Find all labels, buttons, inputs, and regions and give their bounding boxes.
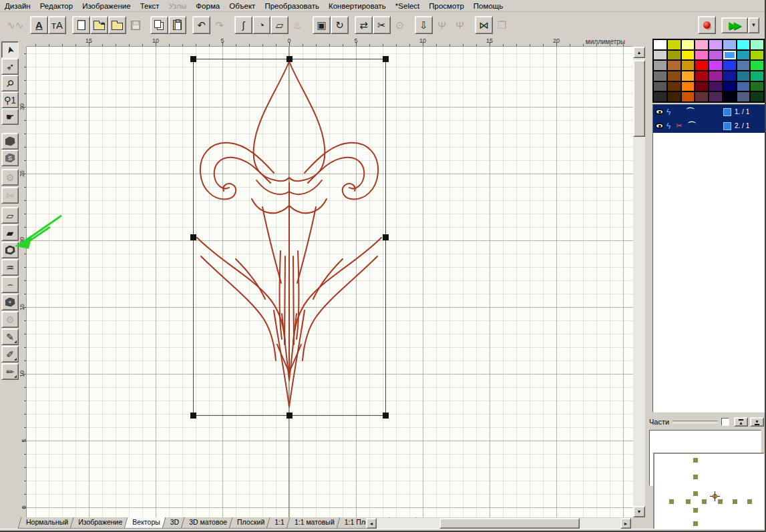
gauge-icon[interactable]: ◔ bbox=[252, 16, 270, 34]
pen-tool-icon[interactable]: ✎ bbox=[1, 328, 19, 345]
palette-swatch[interactable] bbox=[723, 71, 736, 81]
palette-swatch[interactable] bbox=[751, 71, 763, 81]
undo-icon[interactable]: ↶ bbox=[192, 16, 210, 34]
palette-swatch[interactable] bbox=[668, 82, 681, 91]
palette-swatch[interactable] bbox=[654, 51, 666, 60]
design-canvas[interactable] bbox=[27, 47, 633, 517]
horizontal-scrollbar[interactable]: ◄ ► bbox=[366, 518, 631, 529]
layer-row[interactable]: ϟ✂⌒2. / 1 bbox=[653, 119, 765, 133]
tab-11матовый[interactable]: 1:1 матовый bbox=[288, 517, 341, 529]
palette-swatch[interactable] bbox=[723, 92, 736, 101]
vertical-scrollbar[interactable]: ▲ ▼ bbox=[633, 47, 645, 517]
palette-swatch[interactable] bbox=[668, 40, 681, 49]
color-change-icon[interactable] bbox=[698, 16, 716, 34]
vertical-scroll-thumb[interactable] bbox=[633, 60, 645, 137]
palette-swatch[interactable] bbox=[709, 61, 722, 70]
palette-swatch[interactable] bbox=[695, 51, 708, 60]
paste-icon[interactable] bbox=[168, 16, 186, 34]
palette-swatch[interactable] bbox=[695, 71, 708, 81]
palette-swatch[interactable] bbox=[751, 51, 763, 60]
text-kern-icon[interactable]: ᴛA bbox=[48, 16, 66, 34]
menu-[interactable]: Текст bbox=[136, 1, 164, 11]
move-bottom-button[interactable]: ▼ bbox=[750, 417, 764, 427]
palette-swatch[interactable] bbox=[737, 71, 750, 81]
menu-[interactable]: Преобразовать bbox=[260, 1, 324, 11]
menu-[interactable]: Помощь bbox=[469, 1, 508, 11]
presser-foot-icon[interactable]: ⇩ bbox=[415, 16, 433, 34]
ribbon-tool-icon[interactable]: ▱ bbox=[1, 207, 19, 224]
run-dropdown-button[interactable]: ▼ bbox=[748, 17, 759, 33]
tab-плоский[interactable]: Плоский bbox=[230, 517, 271, 529]
palette-swatch[interactable] bbox=[737, 61, 750, 70]
mirror-icon[interactable]: ⇄ bbox=[355, 16, 373, 34]
menu-select[interactable]: *Select bbox=[391, 1, 424, 11]
palette-swatch[interactable] bbox=[668, 71, 681, 81]
palette-swatch-selected[interactable] bbox=[723, 51, 736, 60]
copy-icon[interactable] bbox=[150, 16, 168, 34]
palette-swatch[interactable] bbox=[737, 82, 750, 91]
menu-[interactable]: Объект bbox=[224, 1, 260, 11]
tab-изображение[interactable]: Изображение bbox=[71, 517, 129, 529]
new-document-icon[interactable] bbox=[72, 16, 90, 34]
eye-icon[interactable] bbox=[655, 123, 664, 129]
zoom-1to1-tool-icon[interactable]: ⚲1 bbox=[1, 91, 19, 108]
pan-tool-icon[interactable]: ☛ bbox=[1, 108, 19, 125]
selection-handle[interactable] bbox=[190, 234, 196, 240]
magic-pen-tool-icon[interactable]: ✐ bbox=[1, 346, 19, 362]
hoop-icon[interactable]: ⋈ bbox=[475, 16, 493, 34]
palette-swatch[interactable] bbox=[737, 51, 750, 60]
palette-swatch[interactable] bbox=[682, 71, 695, 81]
menu-[interactable]: Просмотр bbox=[424, 1, 469, 11]
palette-swatch[interactable] bbox=[723, 61, 736, 70]
palette-swatch[interactable] bbox=[654, 61, 666, 70]
run-simulation-icon[interactable]: ▶▶ bbox=[721, 17, 748, 33]
palette-swatch[interactable] bbox=[668, 51, 681, 60]
rotate-selection-icon[interactable]: ↻ bbox=[331, 16, 349, 34]
scroll-down-icon[interactable]: ▼ bbox=[633, 506, 645, 517]
zigzag-tool-icon[interactable]: ♒ bbox=[1, 259, 19, 276]
palette-swatch[interactable] bbox=[668, 61, 681, 70]
menu-[interactable]: Конвертировать bbox=[324, 1, 391, 11]
selection-handle[interactable] bbox=[383, 56, 389, 62]
open-file-icon[interactable] bbox=[90, 16, 108, 34]
palette-swatch[interactable] bbox=[682, 51, 695, 60]
menu-[interactable]: Дизайн bbox=[0, 1, 35, 11]
layer-color-swatch[interactable] bbox=[723, 108, 731, 116]
palette-swatch[interactable] bbox=[751, 61, 763, 70]
eye-icon[interactable] bbox=[655, 109, 664, 115]
palette-swatch[interactable] bbox=[695, 40, 708, 49]
palette-swatch[interactable] bbox=[668, 92, 681, 101]
eraser-icon[interactable]: ▱ bbox=[270, 16, 289, 34]
palette-swatch[interactable] bbox=[737, 40, 750, 49]
menu-[interactable]: Редактор bbox=[35, 1, 78, 11]
scroll-left-icon[interactable]: ◄ bbox=[366, 518, 377, 529]
tab-3dматовое[interactable]: 3D матовое bbox=[182, 517, 234, 529]
layer-color-swatch[interactable] bbox=[723, 122, 731, 130]
bezier-tool-icon[interactable]: ʃ bbox=[234, 16, 252, 34]
scroll-right-icon[interactable]: ► bbox=[620, 518, 631, 529]
layer-row[interactable]: ϟ⌒1. / 1 bbox=[653, 105, 765, 119]
image-frame-icon[interactable]: ▣ bbox=[313, 16, 331, 34]
palette-swatch[interactable] bbox=[709, 40, 722, 49]
palette-swatch[interactable] bbox=[654, 92, 666, 101]
node-edit-tool-icon[interactable]: ➳ bbox=[1, 58, 19, 75]
horizontal-scroll-thumb[interactable] bbox=[439, 518, 580, 529]
selection-handle[interactable] bbox=[383, 413, 389, 419]
tab-векторы[interactable]: Векторы bbox=[126, 517, 166, 529]
hide-cut-icon[interactable]: ✂ bbox=[373, 16, 391, 34]
palette-swatch[interactable] bbox=[695, 61, 708, 70]
parts-checkbox[interactable] bbox=[721, 418, 729, 426]
palette-swatch[interactable] bbox=[682, 92, 695, 101]
arc-tool-icon[interactable]: ⌢ bbox=[1, 276, 19, 293]
zoom-tool-icon[interactable]: ⚲ bbox=[1, 75, 19, 91]
fill-plus-tool-icon[interactable]: + bbox=[1, 294, 19, 310]
selection-handle[interactable] bbox=[383, 234, 389, 240]
palette-swatch[interactable] bbox=[737, 92, 750, 101]
scroll-up-icon[interactable]: ▲ bbox=[633, 47, 645, 58]
palette-swatch[interactable] bbox=[723, 82, 736, 91]
text-icon[interactable]: A bbox=[30, 16, 48, 34]
select-tool-icon[interactable]: ➤ bbox=[1, 41, 19, 58]
palette-swatch[interactable] bbox=[695, 82, 708, 91]
selection-handle[interactable] bbox=[286, 56, 293, 62]
satin-tool-icon[interactable]: ▰ bbox=[1, 224, 19, 241]
